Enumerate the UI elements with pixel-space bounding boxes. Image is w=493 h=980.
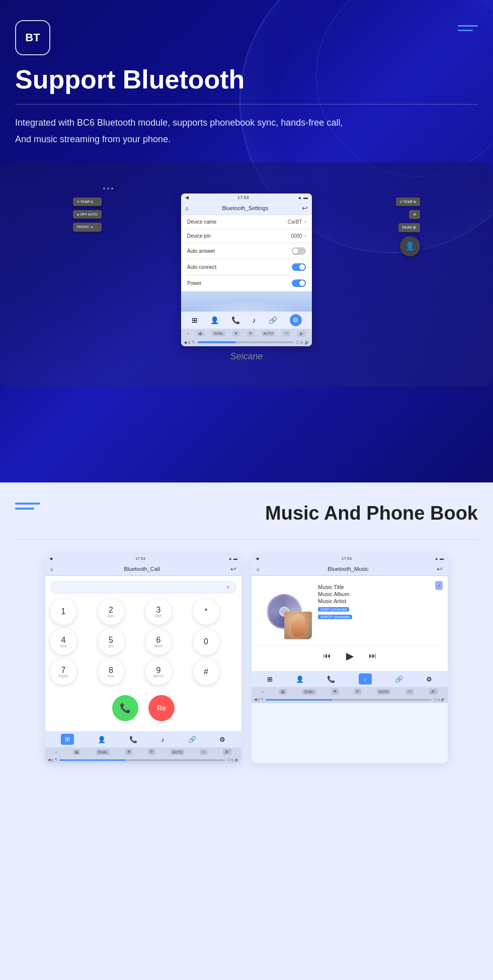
music-nav-settings[interactable]: ⚙ xyxy=(426,675,432,683)
nav-phone-icon[interactable]: 📞 xyxy=(231,316,240,324)
dial-key-9[interactable]: 9 WXYZ xyxy=(145,659,172,685)
hangup-button[interactable]: Re xyxy=(148,695,175,721)
call-ctrl-snow[interactable]: ❄ xyxy=(125,749,132,755)
music-ctrl-wave[interactable]: 〰 xyxy=(406,689,414,695)
screen-back-icon[interactable]: ↩ xyxy=(302,204,308,212)
music-ctrl-power[interactable]: ⏻ xyxy=(279,689,287,695)
settings-row-auto-answer[interactable]: Auto answer xyxy=(181,243,312,259)
settings-row-auto-connect[interactable]: Auto connect xyxy=(181,259,312,275)
car-btn-front[interactable]: FRONT ⇒ xyxy=(73,223,102,232)
music-back-btn[interactable]: ◀ xyxy=(256,556,259,561)
music-ctrl-dual[interactable]: DUAL xyxy=(302,689,316,695)
dial-key-4[interactable]: 4 GHI xyxy=(50,629,76,655)
nav-person-icon[interactable]: 👤 xyxy=(210,316,219,324)
music-ctrl-auto[interactable]: AUTO xyxy=(377,689,390,695)
ctrl-power-btn[interactable]: ⏻ xyxy=(197,331,204,336)
ctrl-home-icon[interactable]: ⌂ xyxy=(187,331,190,336)
ctrl-turn-icon[interactable]: ↰ xyxy=(192,340,195,345)
nav-link-icon[interactable]: 🔗 xyxy=(269,316,277,324)
music-ctrl-vol[interactable]: 🔊 xyxy=(429,689,438,695)
car-btn-off-auto[interactable]: ● OFF AUTO xyxy=(73,210,102,219)
call-ctrl-auto[interactable]: AUTO xyxy=(171,749,184,755)
car-btn-temp[interactable]: V TEMP A xyxy=(73,198,102,206)
auto-connect-toggle[interactable] xyxy=(292,263,306,271)
settings-row-power[interactable]: Power xyxy=(181,275,312,291)
music-nav-link[interactable]: 🔗 xyxy=(395,675,403,683)
call-nav-link[interactable]: 🔗 xyxy=(188,736,196,743)
call-screen-back[interactable]: ↩ xyxy=(230,565,236,573)
ctrl-back-icon[interactable]: ◀ xyxy=(184,340,187,345)
call-back-btn[interactable]: ◀ xyxy=(49,556,52,561)
nav-music-icon[interactable]: ♪ xyxy=(253,316,256,324)
music-nav-music-active[interactable]: ♪ xyxy=(359,673,372,684)
prev-track-btn[interactable]: ⏮ xyxy=(323,651,331,660)
ctrl-wave-btn[interactable]: 〰 xyxy=(283,331,290,336)
dial-search-bar[interactable]: ✕ xyxy=(50,581,236,594)
call-nav-phone[interactable]: 📞 xyxy=(129,736,137,743)
temperature-slider[interactable] xyxy=(198,341,293,343)
dial-key-3[interactable]: 3 DEF xyxy=(145,599,172,625)
music-ctrl-loop[interactable]: ⟳ xyxy=(354,689,361,695)
call-slider-back[interactable]: ◀ xyxy=(48,758,50,762)
call-nav-settings[interactable]: ⚙ xyxy=(219,736,225,743)
call-ctrl-vol[interactable]: 🔊 xyxy=(223,749,231,755)
nav-grid-icon[interactable]: ⊞ xyxy=(192,316,198,324)
call-slider-speaker[interactable]: 🔊 xyxy=(234,758,239,762)
car-btn-icon-r[interactable]: ⚙ xyxy=(409,210,420,219)
settings-row-device-pin[interactable]: Device pin 0000 › xyxy=(181,229,312,243)
car-round-btn[interactable]: 👤 xyxy=(400,236,420,256)
music-nav-person[interactable]: 👤 xyxy=(296,675,304,683)
music-ctrl-home[interactable]: ⌂ xyxy=(262,690,264,694)
next-track-btn[interactable]: ⏭ xyxy=(369,651,377,660)
settings-row-device-name[interactable]: Device name CarBT › xyxy=(181,215,312,229)
music-slider-wave[interactable]: ⬡ xyxy=(434,698,437,702)
ctrl-loop-btn[interactable]: ⟳ xyxy=(247,331,254,337)
dial-key-7[interactable]: 7 PQRS xyxy=(50,659,76,685)
call-ctrl-wave[interactable]: 〰 xyxy=(200,749,207,755)
music-slider-back[interactable]: ◀ xyxy=(254,698,257,702)
music-nav-grid[interactable]: ⊞ xyxy=(267,675,273,683)
call-nav-music[interactable]: ♪ xyxy=(161,736,165,743)
nav-settings-icon-active[interactable]: ⚙ xyxy=(290,314,302,326)
music-ctrl-snow[interactable]: ❄ xyxy=(332,689,339,695)
power-toggle[interactable] xyxy=(292,279,306,287)
call-slider-turn[interactable]: ↰ xyxy=(54,758,57,762)
dial-key-6[interactable]: 6 MNO xyxy=(145,629,172,655)
ctrl-wave2-icon[interactable]: ⬡ xyxy=(296,340,299,345)
ctrl-vol-btn[interactable]: 🔊 xyxy=(297,331,306,337)
ctrl-dual-btn[interactable]: DUAL xyxy=(212,331,225,336)
ctrl-auto-btn[interactable]: AUTO xyxy=(262,331,275,336)
dial-key-0[interactable]: 0 xyxy=(193,629,219,655)
dial-key-2[interactable]: 2 ABC xyxy=(98,599,124,625)
dial-key-5[interactable]: 5 JKL xyxy=(98,629,124,655)
call-slider-wave[interactable]: ⬡ xyxy=(227,758,230,762)
call-button[interactable]: 📞 xyxy=(112,695,138,721)
play-pause-btn[interactable]: ▶ xyxy=(346,650,354,662)
ctrl-snow-btn[interactable]: ❄ xyxy=(232,331,239,337)
car-btn-rear[interactable]: REAR ⊠ xyxy=(398,223,420,232)
back-btn[interactable]: ◀ xyxy=(185,195,189,200)
music-slider-speaker[interactable]: 🔊 xyxy=(441,698,445,702)
call-ctrl-loop[interactable]: ⟳ xyxy=(148,749,155,755)
dial-key-1[interactable]: 1 xyxy=(50,599,76,625)
car-btn-temp-r[interactable]: V TEMP A xyxy=(396,198,420,206)
music-nav-phone[interactable]: 📞 xyxy=(327,675,335,683)
music-home-icon[interactable]: ⌂ xyxy=(257,566,260,572)
ctrl-speaker-icon[interactable]: 🔊 xyxy=(304,340,309,345)
dial-key-hash[interactable]: # xyxy=(193,659,219,685)
call-ctrl-dual[interactable]: DUAL xyxy=(96,749,110,755)
hamburger-menu[interactable] xyxy=(15,503,40,510)
auto-answer-toggle[interactable] xyxy=(292,247,306,255)
music-note-btn[interactable]: ♪ xyxy=(435,581,443,590)
music-temp-slider[interactable] xyxy=(266,699,432,701)
call-ctrl-power[interactable]: ⏻ xyxy=(73,749,80,755)
music-screen-back[interactable]: ↩ xyxy=(437,565,443,573)
dial-key-star[interactable]: * xyxy=(193,599,219,625)
call-ctrl-home[interactable]: ⌂ xyxy=(55,750,57,754)
menu-icon[interactable] xyxy=(458,20,478,31)
clear-icon[interactable]: ✕ xyxy=(226,584,230,590)
home-icon[interactable]: ⌂ xyxy=(185,205,189,211)
call-temp-slider[interactable] xyxy=(59,759,225,761)
call-nav-grid-active[interactable]: ⊞ xyxy=(61,734,74,745)
dial-key-8[interactable]: 8 TUV xyxy=(98,659,124,685)
